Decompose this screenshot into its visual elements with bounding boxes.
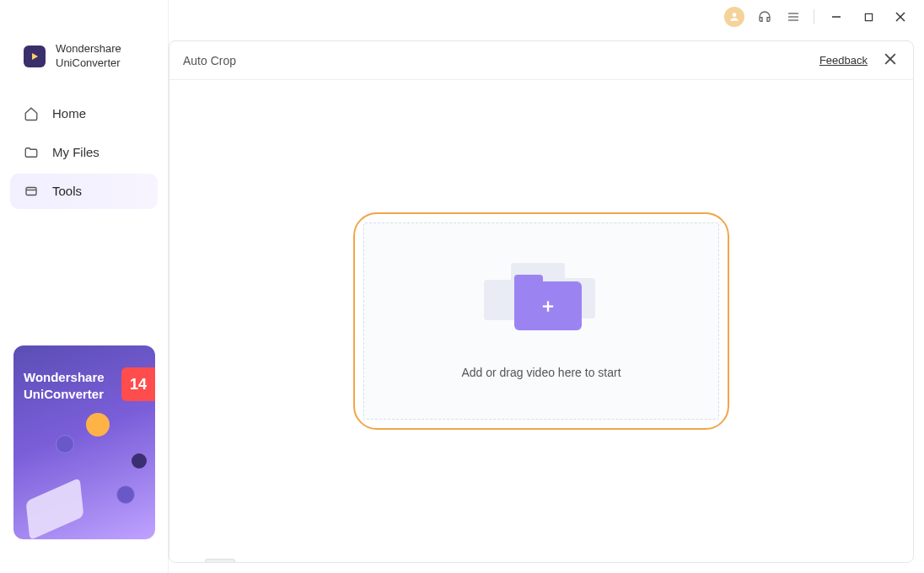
app-name-line2: UniConverter — [56, 56, 121, 71]
support-button[interactable] — [753, 5, 776, 29]
user-avatar[interactable] — [724, 7, 744, 27]
panel-auto-crop: Auto Crop Feedback ＋ Add or drag video h — [169, 40, 914, 563]
video-stabilization-icon — [205, 559, 235, 563]
plus-icon: ＋ — [539, 297, 557, 315]
dropzone-art: ＋ — [482, 263, 600, 339]
play-icon — [29, 51, 40, 62]
maximize-button[interactable] — [855, 5, 882, 29]
home-icon — [24, 106, 39, 121]
add-folder-icon: ＋ — [514, 281, 582, 330]
sidebar-item-tools[interactable]: Tools — [10, 174, 158, 209]
maximize-icon — [864, 13, 873, 22]
app-logo: Wondershare UniConverter — [0, 37, 168, 88]
sidebar-item-label: Home — [52, 106, 86, 120]
svg-rect-5 — [865, 13, 872, 20]
panel-close-button[interactable] — [881, 50, 900, 72]
nav: Home My Files Tools — [0, 88, 168, 217]
tool-item-label: Video Stabilization — [249, 562, 346, 563]
svg-marker-8 — [32, 53, 38, 60]
minimize-icon — [831, 12, 841, 22]
panel-title: Auto Crop — [183, 54, 236, 67]
app-name: Wondershare UniConverter — [56, 42, 121, 71]
user-icon — [728, 11, 740, 23]
dropzone[interactable]: ＋ Add or drag video here to start — [353, 212, 729, 430]
panel-body: ＋ Add or drag video here to start — [169, 80, 913, 562]
sidebar: Wondershare UniConverter Home My Files T… — [0, 0, 169, 573]
close-window-button[interactable] — [887, 5, 914, 29]
app-name-line1: Wondershare — [56, 42, 121, 56]
decorative-dot — [132, 453, 147, 469]
sidebar-item-myfiles[interactable]: My Files — [10, 135, 158, 170]
folder-icon — [24, 145, 39, 160]
tool-item-video-stabilization[interactable]: Video Stabilization — [205, 559, 346, 563]
minimize-button[interactable] — [823, 5, 850, 29]
promo-badge: 14 — [121, 367, 155, 401]
close-icon — [895, 12, 905, 22]
sidebar-item-label: My Files — [52, 145, 99, 159]
decorative-shape — [26, 478, 84, 539]
svg-rect-9 — [26, 187, 36, 195]
decorative-dot — [86, 413, 110, 436]
sidebar-item-home[interactable]: Home — [10, 96, 158, 131]
decorative-dot — [56, 435, 74, 453]
panel-header: Auto Crop Feedback — [169, 41, 913, 80]
dropzone-inner: ＋ Add or drag video here to start — [363, 222, 719, 420]
headset-icon — [757, 9, 772, 24]
sidebar-item-label: Tools — [52, 184, 82, 198]
close-icon — [884, 53, 896, 65]
promo-title: Wondershare UniConverter — [24, 369, 105, 402]
promo-card[interactable]: Wondershare UniConverter 14 — [13, 345, 155, 539]
decorative-dot — [116, 485, 135, 504]
feedback-link[interactable]: Feedback — [819, 54, 868, 67]
menu-button[interactable] — [782, 5, 805, 29]
divider — [814, 9, 814, 24]
main: Auto Crop Feedback ＋ Add or drag video h — [169, 34, 914, 563]
dropzone-text: Add or drag video here to start — [461, 366, 620, 379]
titlebar — [724, 0, 924, 34]
svg-point-0 — [733, 13, 737, 17]
logo-icon — [24, 46, 46, 67]
hamburger-icon — [787, 10, 800, 24]
tools-icon — [24, 184, 39, 199]
